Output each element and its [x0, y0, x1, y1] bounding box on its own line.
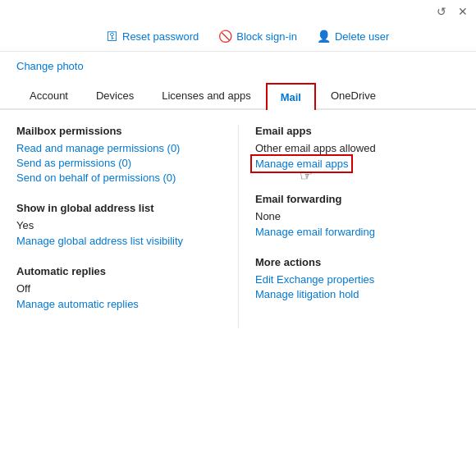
block-sign-in-button[interactable]: 🚫 Block sign-in [218, 30, 297, 43]
email-forwarding-value: None [255, 210, 460, 222]
global-address-list-section: Show in global address list Yes Manage g… [16, 202, 222, 247]
delete-user-button[interactable]: 👤 Delete user [317, 30, 389, 43]
mailbox-permissions-title: Mailbox permissions [16, 125, 222, 137]
left-column: Mailbox permissions Read and manage perm… [16, 125, 238, 328]
manage-automatic-replies-link[interactable]: Manage automatic replies [16, 298, 222, 310]
manage-global-address-link[interactable]: Manage global address list visibility [16, 235, 222, 247]
refresh-button[interactable]: ↺ [437, 5, 446, 18]
email-apps-title: Email apps [255, 125, 460, 137]
manage-email-forwarding-link[interactable]: Manage email forwarding [255, 226, 460, 238]
change-photo-link[interactable]: Change photo [16, 60, 460, 72]
global-address-value: Yes [16, 219, 222, 231]
key-icon: ⚿ [107, 30, 118, 43]
manage-litigation-hold-link[interactable]: Manage litigation hold [255, 288, 460, 300]
block-icon: 🚫 [218, 30, 232, 43]
mailbox-permissions-section: Mailbox permissions Read and manage perm… [16, 125, 222, 184]
delete-user-icon: 👤 [317, 30, 331, 43]
tab-licenses-apps[interactable]: Licenses and apps [149, 83, 263, 108]
manage-email-apps-link[interactable]: Manage email apps [255, 158, 348, 170]
tab-mail[interactable]: Mail [266, 83, 316, 110]
read-manage-permissions-link[interactable]: Read and manage permissions (0) [16, 142, 222, 154]
tabs-bar: Account Devices Licenses and apps Mail O… [0, 83, 476, 110]
automatic-replies-section: Automatic replies Off Manage automatic r… [16, 265, 222, 310]
reset-password-button[interactable]: ⚿ Reset password [107, 30, 199, 43]
manage-email-apps-wrapper: Manage email apps ☞ [255, 158, 348, 170]
automatic-replies-value: Off [16, 282, 222, 295]
title-bar: ↺ ✕ [0, 0, 476, 23]
edit-exchange-properties-link[interactable]: Edit Exchange properties [255, 273, 460, 286]
more-actions-section: More actions Edit Exchange properties Ma… [255, 256, 460, 300]
email-forwarding-title: Email forwarding [255, 193, 460, 205]
send-as-permissions-link[interactable]: Send as permissions (0) [16, 157, 222, 169]
more-actions-title: More actions [255, 256, 460, 268]
global-address-title: Show in global address list [16, 202, 222, 214]
toolbar: ⚿ Reset password 🚫 Block sign-in 👤 Delet… [0, 23, 476, 52]
email-apps-section: Email apps Other email apps allowed Mana… [255, 125, 460, 170]
email-apps-value: Other email apps allowed [255, 142, 460, 154]
tab-onedrive[interactable]: OneDrive [318, 83, 389, 108]
right-column: Email apps Other email apps allowed Mana… [238, 125, 460, 328]
change-photo-section: Change photo [0, 52, 476, 80]
tab-devices[interactable]: Devices [83, 83, 147, 108]
tab-account[interactable]: Account [16, 83, 81, 108]
send-on-behalf-link[interactable]: Send on behalf of permissions (0) [16, 172, 222, 184]
content-area: Mailbox permissions Read and manage perm… [0, 110, 476, 343]
close-button[interactable]: ✕ [458, 5, 468, 18]
automatic-replies-title: Automatic replies [16, 265, 222, 277]
email-forwarding-section: Email forwarding None Manage email forwa… [255, 193, 460, 238]
